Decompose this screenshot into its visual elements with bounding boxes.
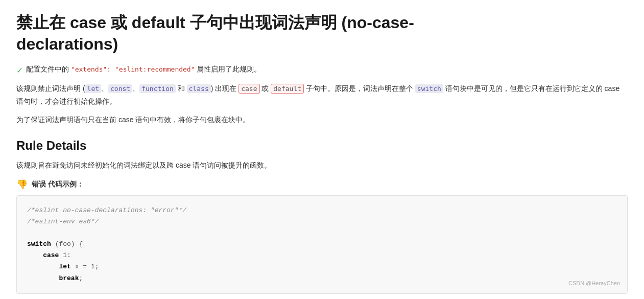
code-line-case: case 1:	[27, 250, 617, 261]
page-title: 禁止在 case 或 default 子句中出现词法声明 (no-case- d…	[16, 12, 628, 55]
error-label-text: 错误 代码示例：	[32, 180, 84, 189]
code-default-highlight: default	[271, 84, 304, 94]
config-note: ✓ 配置文件中的 "extends": "eslint:recommended"…	[16, 65, 628, 75]
code-block: /*eslint no-case-declarations: "error"*/…	[16, 195, 628, 294]
config-code: "extends": "eslint:recommended"	[71, 65, 195, 73]
code-line-blank	[27, 227, 617, 239]
description-para2: 为了保证词法声明语句只在当前 case 语句中有效，将你子句包裹在块中。	[16, 113, 628, 126]
code-let: let	[85, 84, 101, 93]
rule-details-desc: 该规则旨在避免访问未经初始化的词法绑定以及跨 case 语句访问被提升的函数。	[16, 159, 628, 172]
code-class: class	[187, 84, 211, 93]
check-icon: ✓	[16, 65, 23, 75]
code-case-highlight: case	[238, 84, 259, 94]
rule-details-title: Rule Details	[16, 139, 628, 153]
code-line-switch: switch (foo) {	[27, 239, 617, 250]
code-line-break: break;	[27, 273, 617, 284]
code-line-2: /*eslint-env es6*/	[27, 216, 617, 227]
code-switch: switch	[415, 84, 443, 93]
error-example-label: 👎 错误 代码示例：	[16, 179, 628, 190]
watermark: CSDN @HerayChen	[568, 279, 620, 288]
error-icon: 👎	[16, 179, 28, 190]
code-line-let: let x = 1;	[27, 261, 617, 272]
code-function: function	[139, 84, 176, 93]
code-const: const	[108, 84, 132, 93]
code-line-1: /*eslint no-case-declarations: "error"*/	[27, 205, 617, 216]
config-note-text: 配置文件中的 "extends": "eslint:recommended" 属…	[26, 65, 261, 74]
description-para1: 该规则禁止词法声明 (let、const、function 和 class) 出…	[16, 82, 628, 108]
